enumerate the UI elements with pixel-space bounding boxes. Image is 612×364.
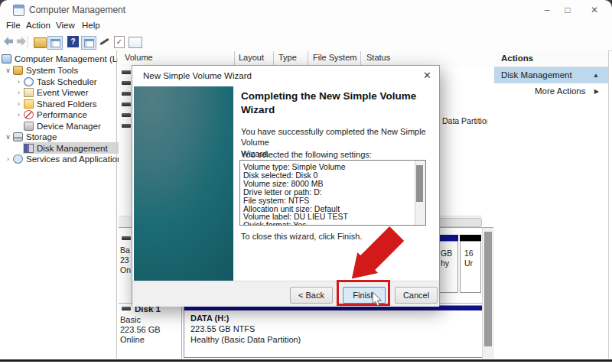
sidebar-item-label: Shared Folders [37, 99, 97, 109]
volume-row-icon [122, 70, 131, 74]
sidebar-item-shared-folders[interactable]: › Shared Folders [0, 98, 130, 109]
chevron-down-icon[interactable]: ∨ [3, 133, 13, 141]
system-tools-icon [13, 66, 23, 75]
properties-icon[interactable] [129, 37, 142, 48]
sidebar-item-storage[interactable]: ∨ Storage [0, 131, 119, 142]
actions-panel: Actions Disk Management ▲ More Actions ▶ [494, 50, 609, 359]
cancel-button[interactable]: Cancel [395, 287, 438, 304]
services-icon [13, 154, 23, 164]
sidebar-item-label: Device Manager [37, 122, 101, 131]
forward-icon[interactable] [15, 36, 28, 48]
chevron-down-icon[interactable]: ∨ [3, 67, 13, 74]
menu-item-file[interactable]: File [6, 21, 21, 30]
event-viewer-icon [24, 88, 34, 97]
action-item-label: Disk Management [501, 70, 572, 80]
close-button[interactable]: ✕ [588, 3, 601, 17]
column-status[interactable]: Status [366, 53, 390, 62]
chevron-right-icon[interactable]: › [14, 100, 24, 108]
listbox-scrollbar-thumb[interactable] [416, 165, 423, 202]
action-item-more-actions[interactable]: More Actions ▶ [494, 83, 608, 99]
volume-size-fs: 223.55 GB NTFS [190, 324, 255, 333]
task-scheduler-icon [24, 77, 34, 86]
show-action-pane-icon[interactable] [81, 36, 96, 50]
sidebar-item-task-scheduler[interactable]: › Task Scheduler [0, 76, 130, 87]
shared-folders-icon [24, 99, 34, 109]
sidebar-item-label: System Tools [26, 66, 78, 75]
partition-text-fragment: 16 [464, 249, 474, 258]
performance-icon [24, 110, 34, 119]
partition-stripe [460, 235, 481, 241]
sidebar-item-event-viewer[interactable]: › Event Viewer [0, 86, 130, 98]
column-layout[interactable]: Layout [239, 53, 264, 62]
dialog-close-icon[interactable]: ✕ [423, 70, 431, 81]
action-item-disk-management[interactable]: Disk Management ▲ [494, 67, 608, 83]
sidebar-item-device-manager[interactable]: Device Manager [0, 120, 130, 132]
setting-line: Drive letter or path: D: [240, 188, 415, 197]
volume-health: Healthy (Basic Data Partition) [190, 335, 301, 344]
window-corner-artifact [0, 0, 10, 10]
expand-icon[interactable]: ▶ [594, 88, 599, 95]
column-divider[interactable] [360, 51, 361, 66]
verify-disk-icon[interactable]: ✓ [114, 36, 125, 48]
mouse-cursor-icon [372, 291, 382, 307]
chevron-right-icon[interactable]: › [14, 89, 24, 96]
vertical-scrollbar-thumb[interactable] [484, 232, 492, 346]
column-type[interactable]: Type [278, 53, 297, 62]
minimize-button[interactable]: – [540, 3, 554, 17]
listbox-scrollbar[interactable] [415, 161, 425, 225]
help-icon[interactable]: ? [67, 36, 79, 47]
column-volume[interactable]: Volume [125, 53, 153, 62]
sidebar-item-disk-management[interactable]: Disk Management [0, 142, 130, 154]
sidebar-item-label: Disk Management [37, 144, 108, 153]
menu-item-view[interactable]: View [56, 21, 75, 30]
chevron-right-icon[interactable]: › [3, 155, 13, 163]
storage-icon [13, 132, 23, 141]
vertical-scrollbar[interactable] [482, 228, 494, 359]
disk0-text-fragment: 23 [120, 255, 129, 265]
show-console-tree-icon[interactable] [47, 36, 63, 50]
sidebar-item-label: Event Viewer [37, 88, 89, 97]
window-title-bar: Computer Management – □ ✕ [0, 0, 612, 20]
sidebar-item-label: Computer Management (Local) [15, 54, 118, 63]
disk1-type: Basic [120, 315, 141, 324]
menu-bar: File Action View Help [0, 20, 612, 34]
sidebar-item-system-tools[interactable]: ∨ System Tools [0, 64, 119, 76]
menu-item-action[interactable]: Action [26, 21, 50, 30]
partition-block[interactable]: 16 Ur [460, 241, 481, 293]
menu-item-help[interactable]: Help [82, 21, 100, 30]
sidebar-item-performance[interactable]: › Performance [0, 109, 130, 120]
collapse-icon[interactable]: ▲ [593, 72, 599, 79]
disk-management-icon [24, 144, 34, 153]
disk1-size: 223.56 GB [120, 325, 161, 334]
computer-icon [2, 54, 11, 63]
wizard-sidebar-graphic [134, 86, 233, 281]
settings-listbox[interactable]: Volume type: Simple Volume Disk selected… [239, 160, 426, 226]
window-corner-artifact [602, 0, 612, 10]
chevron-right-icon[interactable]: › [14, 111, 24, 119]
disk1-info-column[interactable]: Disk 1 Basic 223.56 GB Online [119, 304, 182, 359]
window-bottom-border [0, 359, 612, 362]
app-icon [13, 5, 24, 16]
settings-label: You selected the following settings: [241, 150, 372, 159]
disk-icon [122, 236, 131, 240]
back-icon[interactable] [2, 36, 15, 48]
maximize-button[interactable]: □ [561, 3, 575, 17]
export-list-icon[interactable] [34, 37, 47, 48]
partition-text-fragment: GB [441, 249, 452, 258]
console-pointer-icon[interactable] [99, 38, 109, 45]
chevron-right-icon[interactable]: › [14, 78, 24, 86]
window-title: Computer Management [29, 5, 125, 15]
column-divider[interactable] [308, 51, 308, 66]
actions-header-label: Actions [501, 54, 533, 63]
column-divider[interactable] [234, 51, 235, 66]
volume-row-icon [122, 92, 131, 96]
toolbar-separator [28, 36, 28, 48]
partition-block[interactable]: GB hy [438, 241, 458, 293]
sidebar-item-computer-management[interactable]: Computer Management (Local) [0, 53, 118, 64]
column-divider[interactable] [273, 51, 274, 66]
wizard-note: To close this wizard, click Finish. [241, 232, 362, 241]
column-file-system[interactable]: File System [313, 53, 356, 62]
computer-management-window: Computer Management – □ ✕ File Action Vi… [0, 0, 612, 364]
back-button[interactable]: < Back [290, 287, 333, 304]
sidebar-item-services-and-applications[interactable]: › Services and Applications [0, 153, 119, 164]
